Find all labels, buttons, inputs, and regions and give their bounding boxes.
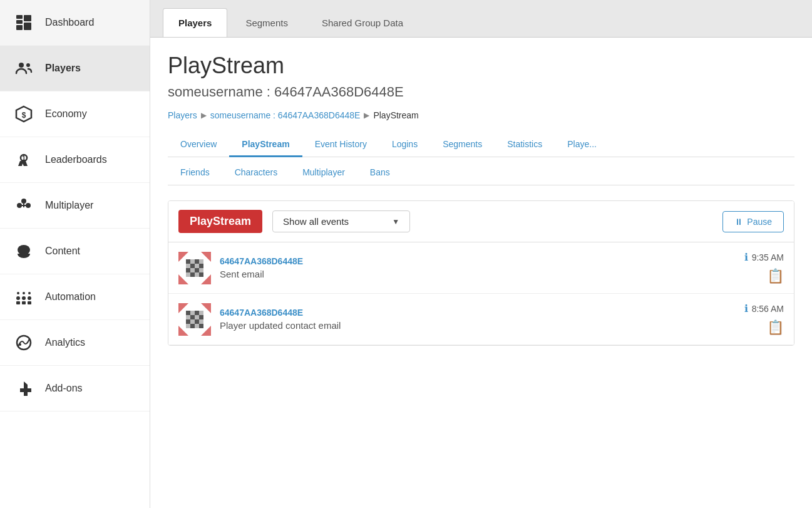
svg-rect-66 <box>186 324 190 328</box>
pause-icon: ⏸ <box>734 217 743 227</box>
svg-rect-45 <box>186 272 190 277</box>
sidebar-item-dashboard[interactable]: Dashboard <box>0 0 150 46</box>
tab-shared-group-data[interactable]: Shared Group Data <box>306 8 419 37</box>
svg-rect-24 <box>22 301 26 304</box>
sidebar-item-addons-label: Add-ons <box>45 383 83 394</box>
info-icon[interactable]: ℹ <box>744 303 748 314</box>
dashboard-icon <box>13 11 35 34</box>
svg-rect-38 <box>190 264 195 268</box>
sub-tab-bans[interactable]: Bans <box>357 161 403 185</box>
show-events-dropdown[interactable]: Show all events ▼ <box>272 210 410 232</box>
tab-players[interactable]: Players <box>163 8 227 37</box>
multiplayer-icon <box>13 194 35 217</box>
automation-icon <box>13 286 35 308</box>
leaderboards-icon: 1 <box>13 148 35 171</box>
svg-rect-62 <box>186 319 190 324</box>
event-description: Player updated contact email <box>220 320 736 331</box>
playstream-header: PlayStream Show all events ▼ ⏸ Pause <box>168 201 794 242</box>
sub-tab-characters[interactable]: Characters <box>222 161 290 185</box>
show-events-label: Show all events <box>283 216 349 227</box>
sub-tab-event-history[interactable]: Event History <box>302 133 379 157</box>
svg-rect-56 <box>195 311 199 315</box>
playstream-section: PlayStream Show all events ▼ ⏸ Pause <box>168 200 794 346</box>
sidebar-item-analytics-label: Analytics <box>45 337 85 348</box>
svg-point-18 <box>22 296 26 300</box>
event-description: Sent email <box>220 269 736 279</box>
sidebar-item-economy-label: Economy <box>45 108 87 120</box>
addons-icon <box>13 377 35 400</box>
sidebar-item-automation[interactable]: Automation <box>0 274 150 320</box>
svg-rect-40 <box>199 264 203 268</box>
svg-rect-64 <box>195 319 199 324</box>
sub-tab-multiplayer[interactable]: Multiplayer <box>290 161 357 185</box>
svg-point-11 <box>17 203 22 208</box>
svg-rect-63 <box>190 319 195 324</box>
svg-rect-55 <box>190 311 195 315</box>
breadcrumb-current: PlayStream <box>373 110 418 120</box>
svg-point-19 <box>28 296 31 300</box>
sidebar-item-players[interactable]: Players <box>0 46 150 91</box>
event-user-link[interactable]: 64647AA368D6448E <box>220 256 736 266</box>
svg-rect-23 <box>16 301 20 304</box>
event-user-link[interactable]: 64647AA368D6448E <box>220 308 736 318</box>
breadcrumb-user-link[interactable]: someusername : 64647AA368D6448E <box>210 110 361 120</box>
svg-rect-33 <box>186 259 190 264</box>
sidebar-item-leaderboards[interactable]: 1 Leaderboards <box>0 137 150 183</box>
document-icon[interactable]: 📋 <box>767 319 784 336</box>
breadcrumb-players-link[interactable]: Players <box>168 110 197 120</box>
svg-rect-57 <box>199 311 203 315</box>
event-time: ℹ 9:35 AM <box>744 251 784 263</box>
avatar <box>178 252 211 284</box>
sidebar-item-automation-label: Automation <box>45 291 96 303</box>
sidebar-item-addons[interactable]: Add-ons <box>0 366 150 412</box>
svg-point-13 <box>21 199 26 204</box>
sidebar-item-multiplayer-label: Multiplayer <box>45 200 93 211</box>
economy-icon: $ <box>13 103 35 125</box>
tab-segments[interactable]: Segments <box>230 8 304 37</box>
sidebar-item-content[interactable]: Content <box>0 229 150 274</box>
document-icon[interactable]: 📋 <box>767 268 784 284</box>
event-meta: ℹ 9:35 AM 📋 <box>744 251 784 284</box>
top-tab-bar: Players Segments Shared Group Data <box>150 0 812 38</box>
avatar <box>178 303 211 336</box>
sub-tab-playe[interactable]: Playe... <box>555 133 609 157</box>
svg-rect-59 <box>190 315 195 319</box>
event-time: ℹ 8:56 AM <box>744 303 784 314</box>
svg-rect-65 <box>199 319 203 324</box>
svg-point-12 <box>26 203 31 208</box>
pause-label: Pause <box>747 217 772 227</box>
sidebar-item-analytics[interactable]: Analytics <box>0 320 150 366</box>
svg-rect-2 <box>16 25 23 30</box>
sub-tab-logins[interactable]: Logins <box>379 133 430 157</box>
players-icon <box>13 57 35 80</box>
analytics-icon <box>13 331 35 354</box>
sub-tab-segments[interactable]: Segments <box>430 133 495 157</box>
sub-tab-overview[interactable]: Overview <box>168 133 229 157</box>
sub-tab-statistics[interactable]: Statistics <box>495 133 555 157</box>
svg-rect-48 <box>199 272 203 277</box>
svg-point-5 <box>19 63 24 68</box>
playstream-badge[interactable]: PlayStream <box>178 210 262 233</box>
svg-point-20 <box>17 292 19 294</box>
svg-rect-39 <box>195 264 199 268</box>
svg-rect-0 <box>16 15 23 19</box>
sidebar-item-dashboard-label: Dashboard <box>45 17 94 28</box>
sub-tab-bar-row1: Overview PlayStream Event History Logins… <box>168 133 794 157</box>
svg-rect-67 <box>190 324 195 328</box>
info-icon[interactable]: ℹ <box>744 251 748 263</box>
svg-rect-68 <box>195 324 199 328</box>
svg-rect-4 <box>24 23 31 30</box>
sidebar-item-economy[interactable]: $ Economy <box>0 91 150 137</box>
sidebar-item-multiplayer[interactable]: Multiplayer <box>0 183 150 229</box>
pause-button[interactable]: ⏸ Pause <box>722 211 784 232</box>
svg-point-21 <box>23 292 25 294</box>
page-subtitle: someusername : 64647AA368D6448E <box>168 84 794 100</box>
svg-rect-3 <box>24 15 31 21</box>
svg-rect-69 <box>199 324 203 328</box>
sub-tab-playstream[interactable]: PlayStream <box>229 133 302 157</box>
content-icon <box>13 240 35 262</box>
page-title: PlayStream <box>168 53 794 79</box>
sidebar: Dashboard Players $ Economy 1 <box>0 0 150 508</box>
sub-tab-friends[interactable]: Friends <box>168 161 222 185</box>
svg-point-16 <box>18 245 30 255</box>
